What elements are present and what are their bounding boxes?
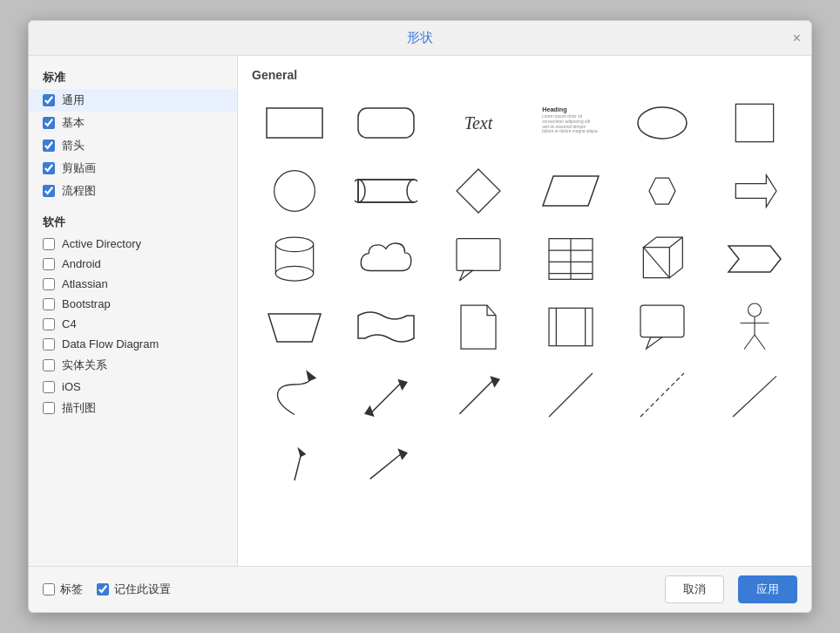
shape-arrow-diagonal[interactable] [436,364,521,425]
checkbox-standard-4[interactable] [43,185,55,197]
checkbox-software-5[interactable] [43,338,55,351]
checkbox-standard-1[interactable] [43,117,55,129]
checkbox-standard-2[interactable] [43,140,55,152]
shape-callout[interactable] [436,228,521,289]
shape-ellipse[interactable] [620,92,706,153]
svg-text:Lorem ipsum dolor sit: Lorem ipsum dolor sit [542,114,583,119]
shape-process[interactable] [528,296,613,357]
close-button[interactable]: × [793,31,801,45]
software-label-7: iOS [62,380,81,393]
svg-text:Text: Text [464,113,493,133]
shape-table[interactable] [528,228,613,289]
svg-marker-34 [644,237,683,278]
checkbox-software-3[interactable] [43,298,55,310]
shape-cloud[interactable] [344,228,430,289]
shape-parallelogram[interactable] [528,160,613,221]
shape-cylinder[interactable] [252,228,337,289]
checkbox-software-4[interactable] [43,318,55,330]
svg-marker-37 [268,314,321,342]
shape-cube[interactable] [620,228,706,289]
sidebar-software-item-7[interactable]: iOS [29,377,237,397]
apply-button[interactable]: 应用 [738,575,797,603]
software-label-0: Active Directory [62,237,141,250]
svg-rect-9 [735,104,773,141]
svg-line-35 [670,237,683,248]
shape-chevron-arrow[interactable] [712,228,797,289]
checkbox-standard-3[interactable] [43,162,55,174]
shape-speech-bubble[interactable] [620,296,706,357]
checkbox-software-7[interactable] [43,381,55,393]
checkbox-software-0[interactable] [43,238,55,250]
svg-marker-19 [543,176,599,206]
software-label-8: 描刊图 [62,400,96,416]
svg-line-56 [733,376,776,417]
shape-line-diagonal[interactable] [528,364,613,425]
standard-label-4: 流程图 [62,183,96,199]
svg-marker-58 [297,447,306,458]
shape-dashed-line[interactable] [620,364,706,425]
shape-rectangle[interactable] [252,92,337,153]
shape-rounded-rect[interactable] [344,92,430,153]
sidebar-software-item-8[interactable]: 描刊图 [29,397,237,419]
svg-marker-48 [307,371,315,381]
svg-line-52 [459,379,494,414]
sidebar-standard-item-1[interactable]: 基本 [29,112,237,134]
sidebar-software-item-6[interactable]: 实体关系 [29,354,237,377]
cancel-button[interactable]: 取消 [665,575,724,603]
sidebar-software-item-4[interactable]: C4 [29,314,237,334]
svg-rect-0 [267,108,322,138]
svg-line-55 [640,373,684,417]
shape-square[interactable] [712,92,797,153]
shape-trapezoid[interactable] [252,296,337,357]
shape-text[interactable]: Text [436,92,521,153]
shape-arrow-small-up[interactable] [252,432,337,493]
shape-cylinder-h[interactable] [344,160,430,221]
svg-rect-11 [358,180,414,202]
sidebar-standard-item-3[interactable]: 剪贴画 [29,157,237,180]
svg-rect-38 [549,308,593,345]
checkbox-software-8[interactable] [43,402,55,414]
shape-wave[interactable] [344,296,430,357]
sidebar-software-item-1[interactable]: Android [29,254,237,274]
software-label-4: C4 [62,317,77,330]
section-title: General [252,68,797,82]
shape-document[interactable] [436,296,521,357]
svg-line-47 [755,335,765,350]
dialog-body: 标准 通用基本箭头剪贴画流程图 软件 Active DirectoryAndro… [29,56,811,566]
shapes-grid: Text Heading Lorem ipsum dolor sit conse… [252,92,797,493]
remember-checkbox-item[interactable]: 记住此设置 [97,582,171,597]
svg-point-15 [407,180,417,202]
svg-text:consectetur adipiscing elit: consectetur adipiscing elit [542,119,591,124]
checkbox-software-6[interactable] [43,359,55,371]
shape-s-arrow[interactable] [252,364,337,425]
sidebar-software-item-5[interactable]: Data Flow Diagram [29,334,237,354]
checkbox-software-2[interactable] [43,278,55,290]
tag-checkbox[interactable] [43,583,55,596]
svg-marker-18 [457,169,500,213]
shape-circle[interactable] [252,160,337,221]
checkbox-standard-0[interactable] [43,94,55,106]
sidebar-software-item-2[interactable]: Atlassian [29,274,237,294]
tag-checkbox-item[interactable]: 标签 [43,582,83,597]
checkbox-software-1[interactable] [43,258,55,270]
svg-marker-27 [459,270,472,281]
remember-checkbox[interactable] [97,583,109,596]
shape-person[interactable] [712,296,797,357]
sidebar-standard-item-4[interactable]: 流程图 [29,180,237,202]
svg-marker-21 [735,175,776,208]
shape-arrow-small-right[interactable] [344,432,430,493]
sidebar-standard-item-0[interactable]: 通用 [29,89,237,112]
main-content: General Text [238,56,811,566]
shape-heading-text[interactable]: Heading Lorem ipsum dolor sit consectetu… [528,92,613,153]
sidebar-software-item-0[interactable]: Active Directory [29,234,237,254]
sidebar-software-item-3[interactable]: Bootstrap [29,294,237,314]
shape-line[interactable] [712,364,797,425]
shape-diamond[interactable] [436,160,521,221]
standard-section-title: 标准 [29,65,237,89]
shape-double-arrow-diagonal[interactable] [344,364,430,425]
sidebar-standard-item-2[interactable]: 箭头 [29,134,237,157]
shape-arrow-right[interactable] [712,160,797,221]
standard-label-2: 箭头 [62,138,85,153]
svg-line-46 [744,335,755,350]
shape-hexagon[interactable] [620,160,706,221]
